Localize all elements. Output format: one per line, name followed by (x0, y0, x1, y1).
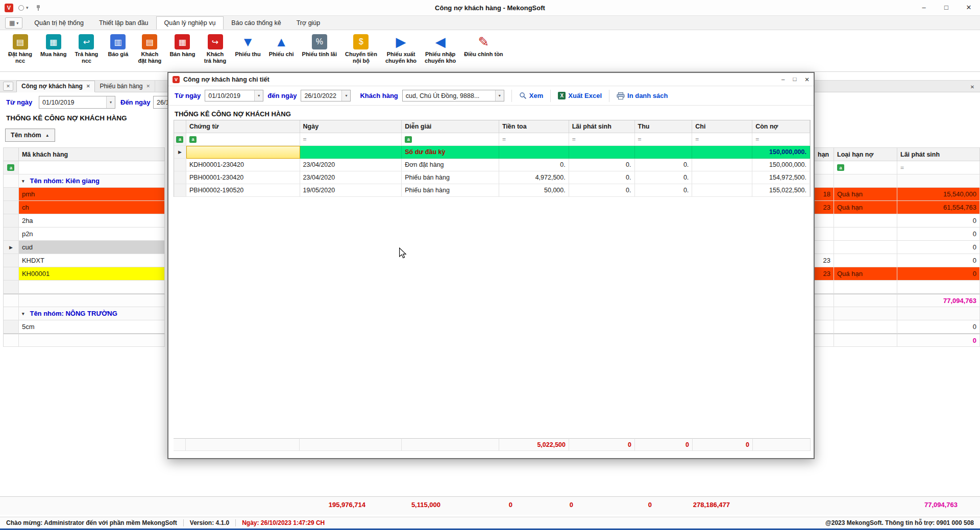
modal-minimize-button[interactable]: – (781, 76, 785, 83)
overdue-row[interactable]: 0 (815, 228, 980, 241)
collapse-icon[interactable]: ▾ (22, 311, 24, 316)
chevron-down-icon[interactable]: ▾ (106, 96, 115, 108)
modal-close-button[interactable]: ✕ (804, 76, 810, 83)
view-button[interactable]: Xem (519, 92, 543, 99)
menu-tab-tro-giup[interactable]: Trợ giúp (289, 16, 328, 30)
toolbar-phieu-chi-button[interactable]: ▲ Phiếu chi (265, 33, 298, 59)
interest-value: 0 (897, 267, 980, 281)
customer-row[interactable]: 2ha (4, 214, 165, 228)
overdue-row[interactable]: 23 Quá hạn 61,554,763 (815, 201, 980, 214)
column-header-ngay[interactable]: Ngày (300, 120, 402, 133)
customer-row[interactable]: 5cm (4, 320, 165, 334)
toolbar-bao-gia-button[interactable]: ▥ Báo giá (102, 33, 134, 59)
close-icon[interactable]: ✕ (146, 84, 151, 89)
overdue-row[interactable]: 0 (815, 214, 980, 228)
toolbar-label: Chuyển tiền (345, 51, 377, 57)
tab-cong-no-khach-hang[interactable]: Công nợ khách hàng ✕ (16, 81, 95, 92)
filter-cell[interactable] (19, 161, 165, 174)
collapse-icon[interactable]: ▾ (22, 179, 24, 184)
toolbar-phieu-xuat-chuyen-kho-button[interactable]: ▶ Phiếu xuấtchuyển kho (381, 33, 421, 65)
column-header-lai-phat-sinh[interactable]: Lãi phát sinh (569, 120, 635, 133)
document-row[interactable]: PBH00002-190520 19/05/2020 Phiếu bán hàn… (174, 184, 810, 197)
customer-row[interactable]: pmh (4, 188, 165, 201)
print-button-label: In danh sách (627, 92, 668, 99)
column-header-han[interactable]: hạn (815, 148, 834, 161)
toolbar-ban-hang-button[interactable]: ▦ Bán hàng (165, 33, 199, 59)
menu-launcher-button[interactable]: ▦ ▾ (5, 17, 22, 29)
close-tab-button[interactable]: ✕ (3, 82, 13, 91)
toolbar-phieu-thu-button[interactable]: ▼ Phiếu thu (231, 33, 265, 59)
menu-tab-bao-cao-thong-ke[interactable]: Báo cáo thống kê (224, 16, 288, 30)
opening-balance-label: Số dư đầu kỳ (402, 146, 499, 159)
modal-from-date-picker[interactable]: 01/10/2019 ▾ (205, 90, 263, 102)
report-from-date-picker[interactable]: 01/10/2019 ▾ (39, 96, 115, 109)
modal-customer-select[interactable]: cud, Chú Út Đồng, 9888... ▾ (402, 90, 504, 102)
toolbar-dieu-chinh-ton-button[interactable]: ✎ Điều chỉnh tồn (460, 33, 507, 59)
column-header-dien-giai[interactable]: Diễn giải (402, 120, 499, 133)
overdue-row[interactable]: 0 (815, 320, 980, 334)
toolbar-mua-hang-button[interactable]: ▦ Mua hàng (36, 33, 70, 59)
document-row[interactable]: PBH00001-230420 23/04/2020 Phiếu bán hàn… (174, 171, 810, 184)
column-header-thu[interactable]: Thu (635, 120, 693, 133)
toolbar-phieu-nhap-chuyen-kho-button[interactable]: ◀ Phiếu nhậpchuyển kho (421, 33, 460, 65)
close-button[interactable]: ✕ (958, 0, 980, 15)
row-indicator-header (174, 120, 186, 133)
group-row[interactable]: ▾Tên nhóm: NÔNG TRƯỜNG (4, 307, 165, 320)
column-header-loai-han-no[interactable]: Loại hạn nợ (834, 148, 897, 161)
toolbar-chuyen-tien-noi-bo-button[interactable]: $ Chuyển tiềnnội bộ (341, 33, 381, 65)
customer-row[interactable]: p2n (4, 228, 165, 241)
auto-filter-row[interactable]: a a = a = = = = = (174, 133, 810, 146)
column-header-ma-khach-hang[interactable]: Mã khách hàng (19, 148, 165, 161)
auto-filter-row[interactable]: a (4, 161, 165, 174)
chevron-down-icon[interactable]: ▾ (495, 90, 504, 101)
maximize-button[interactable]: □ (935, 0, 958, 15)
overdue-row[interactable]: 0 (815, 241, 980, 254)
customer-row[interactable]: ch (4, 201, 165, 214)
toolbar-dat-hang-ncc-button[interactable]: ▤ Đặt hàngncc (4, 33, 36, 65)
document-row[interactable]: KDH00001-230420 23/04/2020 Đơn đặt hàng … (174, 159, 810, 171)
interest-value: 0 (897, 254, 980, 267)
menu-tab-quan-ly-nghiep-vu[interactable]: Quản lý nghiệp vụ (156, 16, 224, 30)
overdue-row[interactable]: 18 Quá hạn 15,540,000 (815, 188, 980, 201)
auto-filter-row[interactable]: a = (815, 161, 980, 174)
column-header-lai-phat-sinh[interactable]: Lãi phát sinh (897, 148, 980, 161)
chevron-down-icon[interactable]: ▾ (254, 90, 263, 101)
focused-cell[interactable] (186, 146, 300, 159)
modal-title-bar[interactable]: V Công nợ khách hàng chi tiết – □ ✕ (168, 73, 814, 86)
column-header-chi[interactable]: Chi (692, 120, 752, 133)
toolbar-label: chuyển kho (425, 58, 456, 64)
modal-maximize-button[interactable]: □ (793, 76, 796, 83)
print-list-button[interactable]: In danh sách (617, 92, 668, 99)
group-row[interactable]: ▾Tên nhóm: Kiên giang (4, 174, 165, 188)
column-header-con-no[interactable]: Còn nợ (752, 120, 810, 133)
opening-balance-row[interactable]: ▶ Số dư đầu kỳ 150,000,000. (174, 146, 810, 159)
export-excel-button[interactable]: X Xuất Excel (558, 92, 602, 99)
toolbar-tra-hang-ncc-button[interactable]: ↩ Trả hàngncc (70, 33, 102, 65)
chevron-down-icon[interactable]: ▾ (341, 90, 350, 101)
toolbar-khach-tra-hang-button[interactable]: ↪ Kháchtrả hàng (200, 33, 231, 65)
modal-to-date-picker[interactable]: 26/10/2022 ▾ (301, 90, 351, 102)
close-panel-button[interactable]: ✕ (968, 82, 977, 91)
tab-label: Công nợ khách hàng (21, 83, 83, 90)
overdue-row[interactable]: 23 0 (815, 254, 980, 267)
toolbar-khach-dat-hang-button[interactable]: ▤ Kháchđặt hàng (134, 33, 165, 65)
customer-row[interactable]: KHDXT (4, 254, 165, 267)
customer-row[interactable]: KH00001 (4, 267, 165, 281)
overdue-row[interactable] (815, 281, 980, 294)
customer-row[interactable] (4, 281, 165, 294)
modal-customer-label: Khách hàng (360, 92, 398, 99)
menu-tab-thiet-lap-ban-dau[interactable]: Thiết lập ban đầu (91, 16, 156, 30)
minimize-button[interactable]: – (913, 0, 935, 15)
group-by-chip[interactable]: Tên nhóm ▲ (5, 129, 55, 142)
column-header-tien-toa[interactable]: Tiền toa (499, 120, 569, 133)
toolbar-phieu-tinh-lai-button[interactable]: % Phiếu tính lãi (298, 33, 341, 59)
close-icon[interactable]: ✕ (86, 84, 90, 89)
customer-code: pmh (19, 188, 165, 201)
overdue-row[interactable]: 23 Quá hạn 0 (815, 267, 980, 281)
total-thu: 0 (635, 438, 693, 451)
tab-phieu-ban-hang[interactable]: Phiếu bán hàng ✕ (95, 81, 155, 92)
menu-tab-quan-tri-he-thong[interactable]: Quản trị hệ thống (27, 16, 91, 30)
interest-value: 15,540,000 (897, 188, 980, 201)
customer-row-selected[interactable]: ▶ cud (4, 241, 165, 254)
column-header-chung-tu[interactable]: Chứng từ (186, 120, 300, 133)
